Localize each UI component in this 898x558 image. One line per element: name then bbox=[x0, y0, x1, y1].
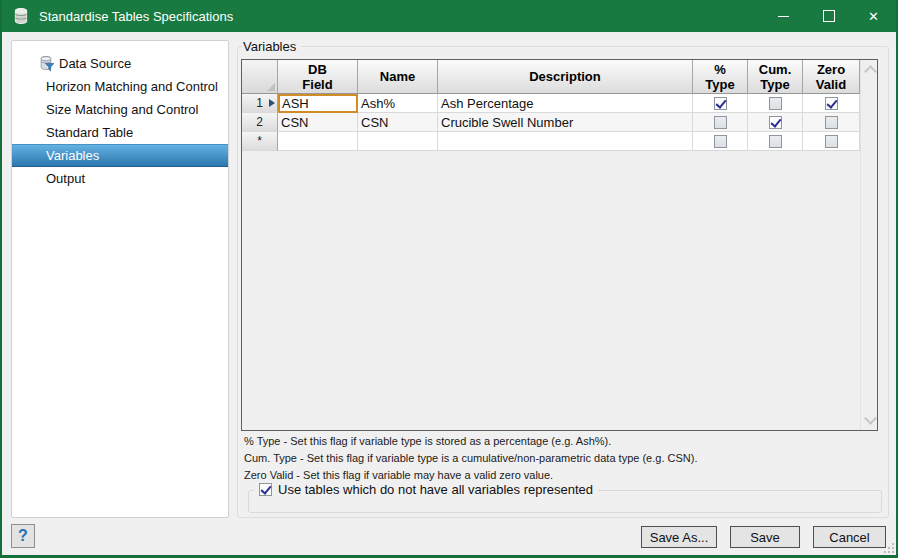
sidebar-item-label: Output bbox=[46, 171, 85, 186]
sidebar-item-label: Data Source bbox=[59, 56, 131, 71]
table-row-new: * bbox=[242, 132, 860, 151]
cell-cum-type bbox=[748, 94, 803, 113]
row-header[interactable]: 2 bbox=[242, 113, 278, 132]
table-row: 2 CSN CSN Crucible Swell Number bbox=[242, 113, 860, 132]
row-number: 2 bbox=[256, 115, 263, 129]
cell-description[interactable] bbox=[438, 132, 693, 151]
zero-valid-checkbox[interactable] bbox=[825, 135, 838, 148]
cancel-button[interactable]: Cancel bbox=[813, 526, 886, 548]
minimize-icon bbox=[778, 16, 789, 17]
maximize-button[interactable] bbox=[806, 0, 851, 32]
note-cum-type: Cum. Type - Set this flag if variable ty… bbox=[244, 453, 697, 464]
column-header-name[interactable]: Name bbox=[358, 60, 438, 94]
column-header-cum-type[interactable]: Cum. Type bbox=[748, 60, 803, 94]
new-row-marker: * bbox=[257, 134, 262, 148]
cell-zero-valid bbox=[803, 132, 860, 151]
grid-empty-area bbox=[242, 151, 860, 430]
scroll-up-icon[interactable] bbox=[864, 65, 877, 78]
sidebar-item-variables[interactable]: Variables bbox=[12, 144, 228, 167]
variables-page: Variables DB Field Name Description % Ty… bbox=[237, 40, 889, 518]
cell-cum-type bbox=[748, 132, 803, 151]
save-button[interactable]: Save bbox=[730, 526, 800, 548]
cum-type-checkbox[interactable] bbox=[769, 135, 782, 148]
use-tables-caption: Use tables which do not have all variabl… bbox=[254, 482, 598, 497]
note-pct-type: % Type - Set this flag if variable type … bbox=[244, 436, 697, 447]
help-icon: ? bbox=[18, 527, 28, 545]
cell-name[interactable]: Ash% bbox=[358, 94, 438, 113]
cell-db-field[interactable] bbox=[278, 132, 358, 151]
dialog-body: Data Source Horizon Matching and Control… bbox=[11, 40, 889, 518]
sidebar-item-data-source[interactable]: Data Source bbox=[12, 52, 228, 75]
variables-groupbox: Variables DB Field Name Description % Ty… bbox=[237, 46, 889, 518]
minimize-button[interactable] bbox=[761, 0, 806, 32]
grid-header-row: DB Field Name Description % Type Cum. Ty… bbox=[242, 60, 860, 94]
help-button[interactable]: ? bbox=[11, 524, 35, 548]
title-bar: Standardise Tables Specifications ✕ bbox=[2, 0, 896, 32]
cell-zero-valid bbox=[803, 113, 860, 132]
variables-grid: DB Field Name Description % Type Cum. Ty… bbox=[241, 59, 878, 431]
cell-pct-type bbox=[693, 94, 748, 113]
current-row-indicator-icon bbox=[269, 99, 275, 107]
cell-description[interactable]: Ash Percentage bbox=[438, 94, 693, 113]
pct-type-checkbox[interactable] bbox=[714, 97, 727, 110]
sidebar-item-label: Size Matching and Control bbox=[46, 102, 198, 117]
column-header-description[interactable]: Description bbox=[438, 60, 693, 94]
sidebar-item-size-matching[interactable]: Size Matching and Control bbox=[12, 98, 228, 121]
column-header-db-field[interactable]: DB Field bbox=[278, 60, 358, 94]
dialog-window: Standardise Tables Specifications ✕ Data… bbox=[0, 0, 898, 558]
row-header[interactable]: 1 bbox=[242, 94, 278, 113]
sidebar-item-standard-table[interactable]: Standard Table bbox=[12, 121, 228, 144]
cell-pct-type bbox=[693, 113, 748, 132]
row-header[interactable]: * bbox=[242, 132, 278, 151]
select-all-corner[interactable] bbox=[242, 60, 278, 94]
grid-columns-area: DB Field Name Description % Type Cum. Ty… bbox=[242, 60, 860, 430]
scroll-down-icon[interactable] bbox=[864, 412, 877, 425]
sidebar-item-horizon-matching[interactable]: Horizon Matching and Control bbox=[12, 75, 228, 98]
cell-db-field[interactable]: ASH bbox=[278, 94, 358, 113]
database-edit-icon bbox=[38, 55, 55, 72]
flag-notes: % Type - Set this flag if variable type … bbox=[244, 436, 697, 487]
cell-pct-type bbox=[693, 132, 748, 151]
footer-bar: ? Save As... Save Cancel bbox=[2, 518, 896, 555]
save-as-button[interactable]: Save As... bbox=[641, 526, 717, 548]
grid-scrollbar bbox=[860, 60, 877, 430]
sidebar-item-output[interactable]: Output bbox=[12, 167, 228, 190]
close-icon: ✕ bbox=[868, 10, 879, 23]
pct-type-checkbox[interactable] bbox=[714, 116, 727, 129]
sidebar-item-label: Variables bbox=[46, 148, 99, 163]
pct-type-checkbox[interactable] bbox=[714, 135, 727, 148]
action-buttons: Save As... Save Cancel bbox=[641, 526, 886, 548]
resize-grip[interactable] bbox=[883, 542, 894, 553]
cum-type-checkbox[interactable] bbox=[769, 97, 782, 110]
use-tables-groupbox: Use tables which do not have all variabl… bbox=[248, 490, 882, 513]
nav-panel: Data Source Horizon Matching and Control… bbox=[11, 40, 229, 518]
cell-db-field[interactable]: CSN bbox=[278, 113, 358, 132]
cell-name[interactable] bbox=[358, 132, 438, 151]
maximize-icon bbox=[823, 10, 835, 22]
column-header-zero-valid[interactable]: Zero Valid bbox=[803, 60, 860, 94]
window-title: Standardise Tables Specifications bbox=[39, 9, 761, 24]
close-button[interactable]: ✕ bbox=[851, 0, 896, 32]
sidebar-item-label: Horizon Matching and Control bbox=[46, 79, 218, 94]
row-number: 1 bbox=[256, 96, 263, 110]
cell-zero-valid bbox=[803, 94, 860, 113]
cell-name[interactable]: CSN bbox=[358, 113, 438, 132]
table-row: 1 ASH Ash% Ash Percentage bbox=[242, 94, 860, 113]
cell-description[interactable]: Crucible Swell Number bbox=[438, 113, 693, 132]
note-zero-valid: Zero Valid - Set this flag if variable m… bbox=[244, 470, 697, 481]
cell-cum-type bbox=[748, 113, 803, 132]
sidebar-item-label: Standard Table bbox=[46, 125, 133, 140]
zero-valid-checkbox[interactable] bbox=[825, 116, 838, 129]
column-header-pct-type[interactable]: % Type bbox=[693, 60, 748, 94]
use-tables-checkbox[interactable] bbox=[259, 483, 272, 496]
variables-groupbox-label: Variables bbox=[242, 39, 301, 54]
use-tables-label[interactable]: Use tables which do not have all variabl… bbox=[278, 482, 593, 497]
zero-valid-checkbox[interactable] bbox=[825, 97, 838, 110]
cum-type-checkbox[interactable] bbox=[769, 116, 782, 129]
database-icon bbox=[12, 7, 30, 25]
